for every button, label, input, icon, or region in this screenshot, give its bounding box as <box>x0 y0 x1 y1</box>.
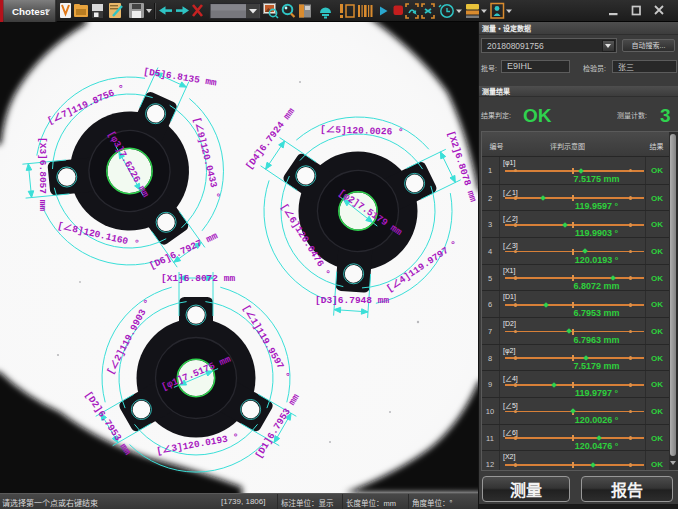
svg-text:[X3]6.8057 mm: [X3]6.8057 mm <box>37 137 48 211</box>
svg-text:Chotest: Chotest <box>12 6 49 17</box>
svg-text:[X1]6.8072 mm: [X1]6.8072 mm <box>161 273 235 284</box>
svg-text:[D3]6.7948 mm: [D3]6.7948 mm <box>315 295 389 306</box>
